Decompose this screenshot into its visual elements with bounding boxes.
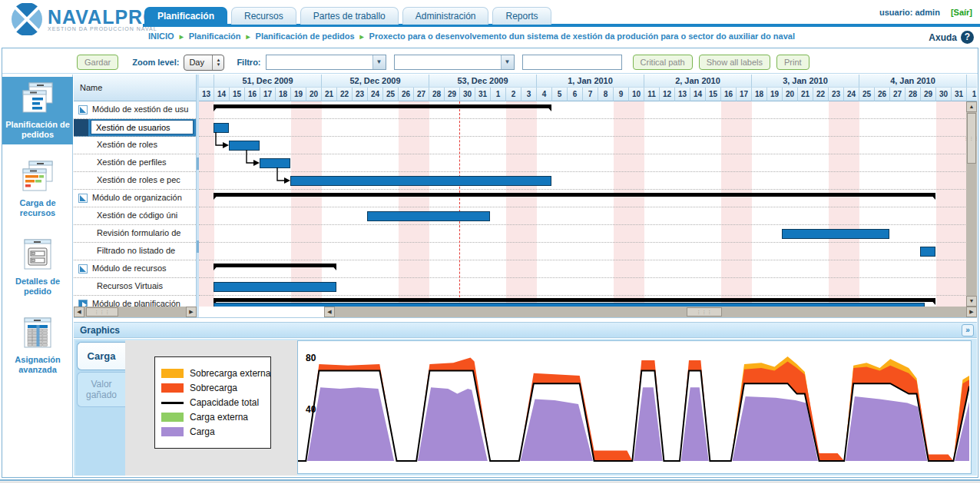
- scroll-up-icon[interactable]: ▲: [966, 101, 977, 112]
- sidebar-item-label: Carga de recursos: [4, 198, 71, 218]
- task-row-modulo-de-planificacion[interactable]: Módulo de planificación: [74, 296, 196, 307]
- expand-node-icon[interactable]: [78, 300, 88, 307]
- scroll-right-icon[interactable]: ▶: [186, 307, 197, 317]
- dependency-line: [216, 132, 223, 145]
- sidebar-item-planificacion-de-pedidos[interactable]: Planificación de pedidos: [2, 77, 73, 144]
- day-header-cell: 13: [199, 88, 214, 101]
- timeline-header: 51, Dec 200952, Dec 200953, Dec 20091, J…: [199, 75, 977, 101]
- dropdown-arrow-icon[interactable]: ▼: [501, 55, 514, 69]
- task-name-label: Recursos Virtuais: [97, 281, 163, 290]
- breadcrumb-item-planificacion-de-pedidos[interactable]: Planificación de pedidos: [256, 31, 355, 41]
- task-row-xestion-de-codigo-uni[interactable]: Xestión de código úni: [74, 207, 196, 225]
- load-chart-svg: 8040: [298, 341, 969, 476]
- zoom-level-spinner[interactable]: Day ▲▼: [184, 55, 224, 71]
- save-button[interactable]: Gardar: [77, 55, 118, 70]
- help-icon[interactable]: ?: [961, 31, 974, 44]
- day-header-cell: 19: [291, 88, 306, 101]
- sidebar-item-detalles-de-pedido[interactable]: Detalles de pedido: [2, 234, 73, 301]
- day-header-cell: 16: [245, 88, 260, 101]
- task-row-xestion-de-roles[interactable]: Xestión de roles: [74, 137, 196, 154]
- collapse-node-icon[interactable]: [78, 105, 88, 114]
- task-row-recursos-virtuais[interactable]: Recursos Virtuais: [74, 278, 196, 296]
- footer-divider: [0, 479, 980, 481]
- dropdown-arrow-icon[interactable]: ▼: [372, 55, 386, 69]
- day-header-cell: 1: [491, 88, 506, 101]
- show-all-labels-button[interactable]: Show all labels: [699, 55, 770, 70]
- scroll-left-icon[interactable]: ◀: [74, 307, 84, 317]
- scroll-right-icon[interactable]: ▶: [966, 307, 977, 317]
- filter-label: Filtro:: [237, 58, 260, 67]
- task-name-label: Módulo de xestión de usu: [92, 104, 188, 114]
- print-button[interactable]: Print: [776, 55, 809, 70]
- critical-path-button[interactable]: Critical path: [633, 55, 693, 70]
- task-row-revision-formulario-de[interactable]: Revisión formulario de: [74, 225, 196, 243]
- task-row-modulo-de-recursos[interactable]: Módulo de recursos: [74, 260, 196, 278]
- day-header-cell: 17: [737, 88, 752, 101]
- scroll-down-icon[interactable]: ▼: [966, 296, 977, 307]
- day-header-cell: 31: [952, 88, 967, 101]
- app-window: NAVALPRO XESTION DA PRODUCCION NAVAL Pla…: [0, 0, 980, 484]
- graphics-tab-valor-ganado[interactable]: Valorgañado: [77, 372, 125, 407]
- task-row-xestion-de-roles-e-pec[interactable]: Xestión de roles e pec: [74, 172, 196, 190]
- tab-administracion[interactable]: Administración: [402, 7, 489, 25]
- day-header-cell: 5: [552, 88, 568, 101]
- tab-partes-de-traballo[interactable]: Partes de traballo: [300, 7, 399, 25]
- day-header-cell: 14: [214, 88, 230, 101]
- task-row-xestion-de-usuarios[interactable]: Xestión de usuarios: [74, 119, 196, 137]
- filter-text-input[interactable]: [522, 55, 622, 70]
- legend-label: Sobrecarga externa: [190, 368, 270, 379]
- scrollbar-thumb[interactable]: ⋮⋮⋮: [967, 113, 976, 164]
- graphics-tab-carga[interactable]: Carga: [77, 342, 125, 370]
- help-link[interactable]: Axuda ?: [929, 31, 974, 44]
- day-header-cell: 22: [337, 88, 353, 101]
- day-header-cell: 26: [875, 88, 890, 101]
- task-name-label: Revisión formulario de: [97, 228, 180, 237]
- user-label: usuario: admin: [879, 8, 940, 17]
- day-header-cell: 10: [629, 88, 644, 101]
- advanced-allocation-icon: [20, 343, 55, 352]
- filter-select-1[interactable]: ▼: [266, 55, 386, 70]
- breadcrumb-item-inicio[interactable]: INICIO: [148, 31, 174, 41]
- task-name-label: Xestión de usuarios: [96, 123, 171, 132]
- legend-swatch-icon: [161, 413, 184, 422]
- task-name-label: Módulo de organización: [92, 193, 182, 202]
- day-header-cell: 20: [783, 88, 798, 101]
- day-header-cell: 27: [414, 88, 429, 101]
- task-row-filtrado-no-listado-de[interactable]: Filtrado no listado de: [74, 243, 196, 260]
- chart-legend: Sobrecarga externaSobrecargaCapacidade t…: [154, 356, 271, 449]
- tab-planificacion[interactable]: Planificación: [144, 7, 227, 25]
- day-header-row: 1314151617181920212223242526272829303112…: [199, 88, 977, 101]
- task-row-xestion-de-perfiles[interactable]: Xestión de perfiles: [74, 154, 196, 172]
- collapse-node-icon[interactable]: [78, 264, 88, 273]
- breadcrumb-item-proxecto-para-o-desenvol[interactable]: Proxecto para o desenvolvemento dun sist…: [369, 31, 795, 41]
- sidebar-item-carga-de-recursos[interactable]: Carga de recursos: [2, 155, 73, 223]
- collapse-panel-icon[interactable]: »: [962, 324, 974, 336]
- tab-recursos[interactable]: Recursos: [231, 7, 296, 25]
- logout-link[interactable]: [Saír]: [951, 8, 972, 17]
- scrollbar-thumb[interactable]: ⋮⋮⋮: [86, 307, 118, 317]
- collapse-node-icon[interactable]: [78, 194, 88, 203]
- gantt-vertical-scrollbar[interactable]: ▲ ⋮⋮⋮ ▼: [966, 101, 977, 307]
- spinner-arrows-icon[interactable]: ▲▼: [212, 55, 223, 70]
- legend-item-capacidade-total: Capacidade total: [161, 397, 264, 408]
- view-sidebar: Planificación de pedidosCarga de recurso…: [2, 75, 73, 477]
- day-header-cell: 6: [568, 88, 583, 101]
- y-axis-tick-label: 40: [306, 404, 316, 415]
- legend-swatch-icon: [161, 427, 184, 436]
- legend-item-carga: Carga: [161, 426, 264, 437]
- scroll-left-icon[interactable]: ◀: [324, 307, 335, 317]
- week-header-cell: 4, Jan 2010: [859, 75, 967, 88]
- task-row-modulo-de-xestion-de-usu[interactable]: Módulo de xestión de usu: [74, 101, 196, 119]
- gantt-horizontal-scrollbar[interactable]: ◀ ⋮⋮⋮ ▶: [324, 307, 977, 317]
- sidebar-item-asignacion-avanzada[interactable]: Asignación avanzada: [2, 312, 73, 380]
- task-row-modulo-de-organizacion[interactable]: Módulo de organización: [74, 190, 196, 207]
- filter-select-2[interactable]: ▼: [394, 55, 515, 70]
- gantt-chart-content: [199, 101, 977, 307]
- tab-reports[interactable]: Reports: [492, 7, 551, 25]
- breadcrumb-item-planificacion[interactable]: Planificación: [189, 31, 241, 41]
- main-row: Planificación de pedidosCarga de recurso…: [2, 75, 978, 477]
- name-horizontal-scrollbar[interactable]: ◀ ⋮⋮⋮ ▶: [74, 307, 197, 317]
- day-header-cell: 16: [721, 88, 737, 101]
- legend-swatch-icon: [161, 383, 184, 393]
- scrollbar-thumb[interactable]: ⋮⋮⋮: [687, 307, 722, 317]
